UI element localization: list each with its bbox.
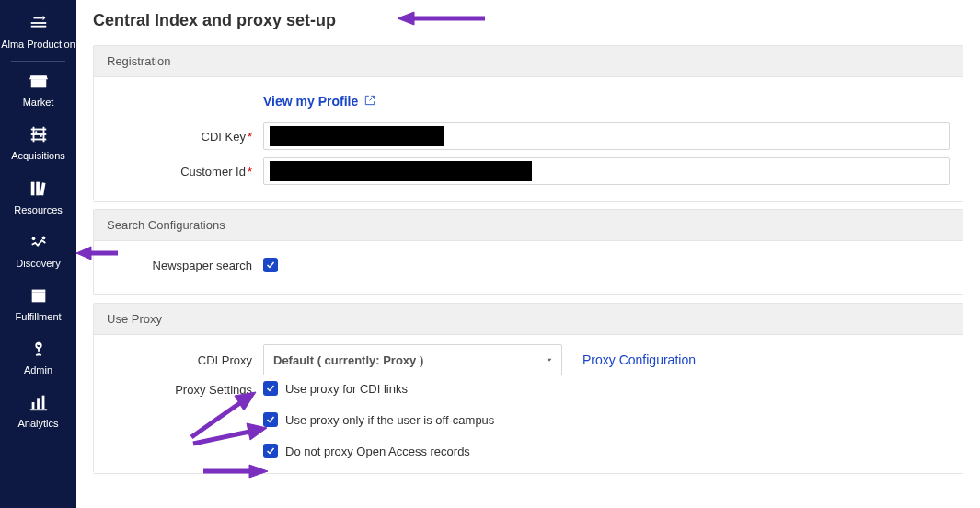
fulfillment-icon	[29, 285, 49, 307]
sidebar-item-alma[interactable]: Alma Production	[0, 6, 76, 59]
sidebar-item-resources[interactable]: Resources	[0, 171, 76, 225]
sidebar-item-market[interactable]: Market	[0, 64, 76, 117]
svg-point-14	[31, 237, 35, 240]
sidebar-item-label: Discovery	[16, 258, 60, 269]
svg-rect-8	[30, 139, 46, 141]
svg-rect-12	[36, 181, 40, 195]
sidebar-item-label: Fulfillment	[15, 311, 61, 322]
link-label: View my Profile	[263, 94, 358, 109]
do-not-proxy-oa-checkbox[interactable]	[263, 444, 278, 458]
customer-id-label: Customer Id*	[107, 165, 263, 179]
cdi-key-label: CDI Key*	[107, 130, 263, 144]
proxy-settings-label: Proxy Settings	[107, 381, 263, 397]
sidebar-item-acquisitions[interactable]: Acquisitions	[0, 117, 76, 170]
redacted-value	[270, 161, 532, 181]
sidebar-item-fulfillment[interactable]: Fulfillment	[0, 278, 76, 331]
svg-rect-16	[31, 292, 45, 302]
svg-marker-24	[547, 359, 551, 362]
svg-rect-3	[33, 17, 42, 19]
svg-rect-22	[41, 396, 44, 410]
analytics-icon	[29, 392, 49, 414]
svg-marker-2	[42, 16, 45, 21]
use-proxy-off-campus-checkbox[interactable]	[263, 412, 278, 427]
cdi-proxy-label: CDI Proxy	[107, 353, 263, 367]
svg-rect-23	[29, 410, 46, 411]
alma-icon	[29, 13, 49, 35]
cdi-key-field[interactable]	[263, 122, 950, 150]
discovery-icon	[29, 232, 49, 254]
svg-marker-28	[76, 247, 91, 260]
customer-id-field[interactable]	[263, 157, 950, 185]
sidebar-item-label: Resources	[14, 204, 63, 215]
svg-rect-7	[30, 133, 46, 135]
external-link-icon	[363, 94, 376, 110]
svg-point-10	[40, 135, 41, 137]
newspaper-search-label: Newspaper search	[107, 259, 263, 272]
svg-rect-13	[40, 182, 45, 195]
sidebar: Alma Production Market Acquisitions Reso…	[0, 0, 76, 508]
svg-rect-1	[30, 26, 46, 28]
chevron-down-icon[interactable]	[536, 345, 561, 375]
svg-rect-11	[30, 181, 34, 195]
svg-rect-6	[30, 129, 46, 131]
checkbox-label: Use proxy only if the user is off-campus	[285, 413, 494, 427]
section-use-proxy: Use Proxy CDI Proxy Default ( currently:…	[93, 303, 963, 474]
newspaper-search-checkbox[interactable]	[263, 258, 278, 272]
section-registration: Registration View my Profile	[93, 45, 963, 202]
sidebar-item-label: Acquisitions	[11, 150, 65, 161]
sidebar-item-label: Market	[23, 97, 54, 108]
svg-point-9	[35, 132, 37, 133]
svg-rect-17	[31, 290, 45, 293]
page-title: Central Index and proxy set-up	[76, 0, 980, 38]
use-proxy-cdi-links-checkbox[interactable]	[263, 381, 278, 396]
section-header-proxy: Use Proxy	[94, 304, 963, 335]
sidebar-item-discovery[interactable]: Discovery	[0, 225, 76, 278]
section-header-registration: Registration	[94, 46, 963, 77]
sidebar-divider	[11, 61, 64, 62]
admin-icon	[29, 339, 49, 361]
svg-rect-21	[37, 399, 40, 410]
section-search-config: Search Configurations Newspaper search	[93, 209, 963, 295]
market-icon	[29, 71, 49, 93]
redacted-value	[270, 126, 444, 146]
svg-rect-20	[31, 402, 34, 409]
view-my-profile-link[interactable]: View my Profile	[263, 94, 376, 110]
sidebar-item-analytics[interactable]: Analytics	[0, 385, 76, 438]
svg-rect-0	[30, 22, 46, 24]
cdi-proxy-select[interactable]: Default ( currently: Proxy )	[263, 344, 562, 375]
svg-point-19	[37, 342, 40, 346]
sidebar-item-label: Analytics	[17, 418, 58, 429]
select-value: Default ( currently: Proxy )	[264, 345, 536, 375]
resources-icon	[29, 179, 49, 201]
acquisitions-icon	[29, 124, 49, 146]
proxy-configuration-link[interactable]: Proxy Configuration	[582, 352, 696, 367]
checkbox-label: Use proxy for CDI links	[285, 382, 408, 396]
svg-point-15	[41, 236, 45, 239]
sidebar-item-label: Admin	[24, 364, 52, 375]
section-header-search: Search Configurations	[94, 210, 963, 241]
sidebar-item-admin[interactable]: Admin	[0, 331, 76, 385]
checkbox-label: Do not proxy Open Access records	[285, 444, 470, 458]
sidebar-item-label: Alma Production	[1, 39, 75, 50]
